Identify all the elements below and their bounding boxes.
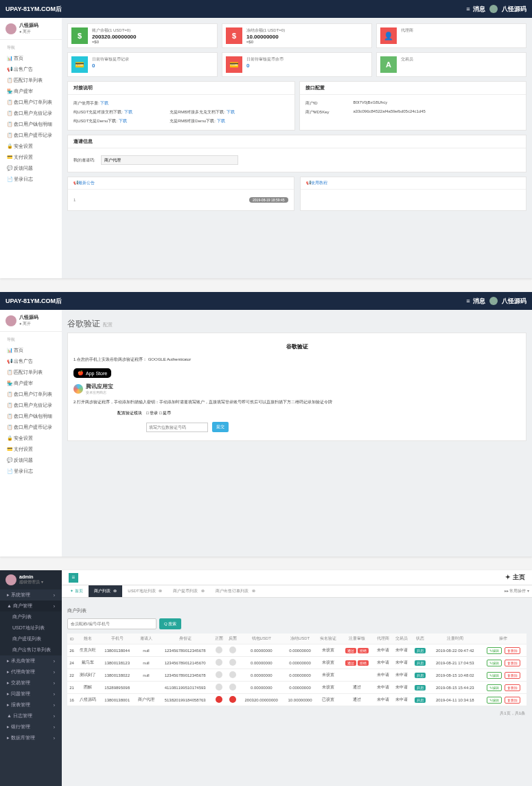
sidebar-subitem[interactable]: 商户列表 — [0, 611, 62, 622]
id-front-icon[interactable] — [216, 684, 222, 690]
id-back-icon[interactable] — [229, 647, 236, 653]
sidebar-item[interactable]: 📋盘口用户提币记录 — [0, 130, 62, 141]
download-link[interactable]: 下载 — [100, 101, 108, 105]
delete-button[interactable]: 🗑删除 — [505, 660, 520, 666]
status-badge[interactable]: 开启 — [415, 660, 426, 666]
user-avatar[interactable] — [489, 297, 498, 305]
tab[interactable]: ✦ 首页 — [65, 585, 89, 597]
menu-toggle[interactable]: ≡ — [69, 573, 78, 583]
download-link[interactable]: 下载 — [217, 119, 225, 123]
ga-code-input[interactable] — [146, 423, 208, 432]
close-icon[interactable]: ⊗ — [201, 589, 205, 593]
id-front-icon[interactable] — [216, 696, 222, 703]
sidebar-item[interactable]: ▸ 承兑商管理› — [0, 655, 62, 666]
user-label[interactable]: 八怪源码 — [502, 297, 527, 306]
sidebar-subitem[interactable]: 商户出售订单列表 — [0, 644, 62, 655]
id-back-icon[interactable] — [229, 684, 236, 690]
sidebar-item[interactable]: 💳支付设置 — [0, 444, 62, 455]
status-badge[interactable]: 开启 — [415, 685, 426, 690]
sidebar-item[interactable]: 🔒安全设置 — [0, 433, 62, 444]
sidebar-item[interactable]: 🏪商户提审 — [0, 378, 62, 389]
sidebar-item[interactable]: 📋盘口用户订单列表 — [0, 389, 62, 400]
sidebar-subitem[interactable]: USDT地址列表 — [0, 622, 62, 633]
sidebar-item[interactable]: 💳支付设置 — [0, 152, 62, 163]
sidebar-item[interactable]: ▸ 问题管理› — [0, 688, 62, 699]
sidebar-item[interactable]: 💬反馈问题 — [0, 455, 62, 466]
delete-button[interactable]: 🗑删除 — [505, 684, 520, 691]
tab-ops[interactable]: ▸▸ 常用操作 ▾ — [505, 588, 529, 594]
messages-link[interactable]: 消息 — [473, 5, 485, 14]
sidebar-item[interactable]: 🔒安全设置 — [0, 141, 62, 152]
id-front-icon[interactable] — [216, 671, 222, 678]
delete-button[interactable]: 🗑删除 — [505, 672, 520, 679]
sidebar-item[interactable]: ▲ 日志管理› — [0, 710, 62, 721]
close-icon[interactable]: ⊗ — [113, 589, 117, 593]
app-store-button[interactable]: 🍎App Store — [73, 368, 111, 378]
sidebar-item[interactable]: ▸ 代理商管理› — [0, 666, 62, 677]
sidebar-item[interactable]: 📢出售广告 — [0, 356, 62, 367]
tab[interactable]: 商户列表 ⊗ — [89, 585, 123, 597]
download-link[interactable]: 下载 — [119, 119, 127, 123]
close-icon[interactable]: ⊗ — [252, 589, 255, 593]
id-front-icon[interactable] — [216, 659, 222, 666]
user-avatar[interactable] — [489, 5, 498, 13]
edit-button[interactable]: ✎编辑 — [487, 647, 502, 654]
download-link[interactable]: 下载 — [124, 110, 132, 114]
sidebar-item[interactable]: 📢出售广告 — [0, 64, 62, 75]
sidebar-item[interactable]: 📋盘口用户充值记录 — [0, 400, 62, 411]
edit-button[interactable]: ✎编辑 — [487, 697, 502, 704]
sidebar-item[interactable]: ▸ 交易管理› — [0, 677, 62, 688]
sidebar-item[interactable]: 📋匹配订单列表 — [0, 367, 62, 378]
agent-card[interactable]: 👤 代理商 — [376, 23, 527, 48]
edit-button[interactable]: ✎编辑 — [487, 660, 502, 666]
edit-button[interactable]: ✎编辑 — [487, 672, 502, 679]
edit-button[interactable]: ✎编辑 — [487, 684, 502, 691]
search-input[interactable] — [67, 618, 157, 629]
sidebar-item[interactable]: 📋盘口用户充值记录 — [0, 108, 62, 119]
trader-card[interactable]: A 交易员 — [376, 52, 527, 77]
sidebar-item[interactable]: ▸ 数据库管理› — [0, 732, 62, 743]
sidebar-item[interactable]: 📋盘口用户钱包明细 — [0, 119, 62, 130]
sidebar-item[interactable]: ▸ 银行管理› — [0, 721, 62, 732]
cfg-options[interactable]: □ 登录 □ 提币 — [146, 410, 171, 416]
sidebar-subitem[interactable]: 商户提现列表 — [0, 633, 62, 644]
user-role[interactable]: 超级管理员 ▾ — [19, 579, 43, 585]
download-link[interactable]: 下载 — [227, 110, 235, 114]
id-front-icon[interactable] — [216, 647, 222, 653]
sidebar-item[interactable]: ▲ 商户管理› — [0, 600, 62, 611]
sidebar-item[interactable]: 📋匹配订单列表 — [0, 75, 62, 86]
status-badge[interactable]: 开启 — [415, 673, 426, 678]
sidebar-item[interactable]: 💬反馈问题 — [0, 163, 62, 174]
submit-button[interactable]: 提交 — [212, 422, 229, 432]
sidebar-item[interactable]: 📄登录日志 — [0, 174, 62, 185]
delete-button[interactable]: 🗑删除 — [505, 647, 520, 654]
invite-code-input[interactable] — [101, 155, 238, 165]
id-back-icon[interactable] — [229, 671, 236, 678]
table-row: 16八怪源码13800138001商户代理5138201991840587632… — [67, 694, 527, 706]
menu-toggle[interactable]: ≡ — [463, 296, 473, 306]
sidebar-item[interactable]: ▸ 系统管理› — [0, 590, 62, 600]
search-button[interactable]: Q 搜索 — [159, 618, 181, 629]
status-badge[interactable]: 开启 — [415, 697, 426, 703]
sidebar-item[interactable]: 📊首页 — [0, 345, 62, 356]
sidebar-item[interactable]: 📊首页 — [0, 53, 62, 64]
home-link[interactable]: ✦ 主页 — [505, 573, 525, 582]
sidebar-item[interactable]: 📋盘口用户提币记录 — [0, 422, 62, 433]
id-back-icon[interactable] — [229, 659, 236, 666]
status-badge[interactable]: 开启 — [415, 648, 426, 653]
tab[interactable]: 商户提币列表 ⊗ — [167, 585, 210, 597]
tab[interactable]: USDT地址列表 ⊗ — [122, 585, 167, 597]
id-back-icon[interactable] — [229, 696, 236, 703]
sidebar-item[interactable]: 📋盘口用户钱包明细 — [0, 411, 62, 422]
close-icon[interactable]: ⊗ — [159, 589, 162, 593]
tencent-button[interactable]: 腾讯应用宝安卓应用商店 — [73, 383, 520, 394]
user-label[interactable]: 八怪源码 — [502, 5, 527, 14]
sidebar-item[interactable]: 📋盘口用户订单列表 — [0, 97, 62, 108]
delete-button[interactable]: 🗑删除 — [505, 697, 520, 704]
menu-toggle[interactable]: ≡ — [463, 4, 473, 14]
sidebar-item[interactable]: 📄登录日志 — [0, 466, 62, 477]
tab[interactable]: 商户出售订单列表 ⊗ — [210, 585, 261, 597]
sidebar-item[interactable]: 🏪商户提审 — [0, 86, 62, 97]
messages-link[interactable]: 消息 — [473, 297, 485, 306]
sidebar-item[interactable]: ▸ 报表管理› — [0, 699, 62, 710]
